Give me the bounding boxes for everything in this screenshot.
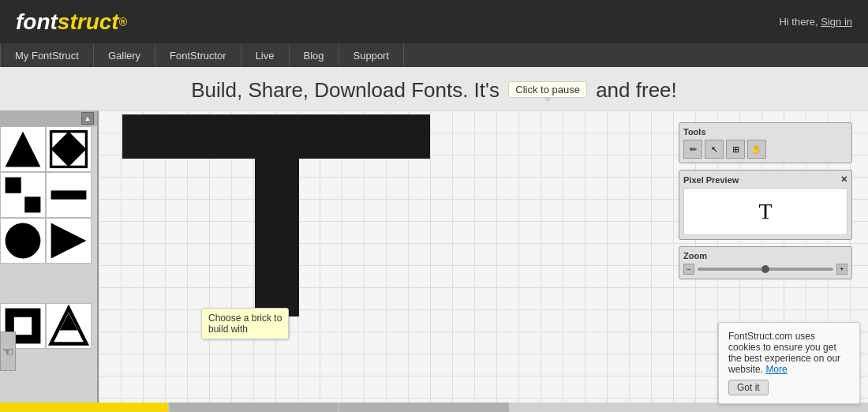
hero-section: Build, Share, Download Fonts. It's Click… (0, 67, 868, 110)
brick-panel[interactable]: ▲ ☜ (0, 110, 99, 403)
t-top-bar (122, 114, 430, 159)
zoom-controls: − + (683, 264, 847, 275)
nav-item-support[interactable]: Support (339, 43, 405, 67)
logo-reg: ® (119, 16, 127, 28)
zoom-in-btn[interactable]: + (836, 264, 847, 275)
sign-in-link[interactable]: Sign in (821, 16, 852, 28)
browse-fonts-button[interactable]: Browse Fonts (339, 403, 509, 412)
svg-rect-5 (51, 190, 87, 199)
svg-point-6 (6, 223, 41, 259)
choose-brick-line2: build with (208, 324, 248, 335)
zoom-out-btn[interactable]: − (683, 264, 694, 275)
nav-item-gallery[interactable]: Gallery (94, 43, 155, 67)
start-now-button[interactable]: Start Now (0, 403, 170, 412)
tools-panel: Tools ✏ ↖ ⊞ ✋ Pixel Preview ✕ T Zoom (679, 122, 852, 279)
nav-item-live[interactable]: Live (241, 43, 290, 67)
brick-row-3 (0, 218, 97, 264)
logo[interactable]: fontstruct® (16, 9, 127, 35)
hand-tool-btn[interactable]: ✋ (747, 140, 766, 159)
pencil-tool-btn[interactable]: ✏ (683, 140, 702, 159)
svg-marker-7 (51, 223, 87, 259)
pixel-preview-close-icon[interactable]: ✕ (840, 174, 847, 185)
learn-more-button[interactable]: Learn More (170, 403, 339, 412)
choose-brick-tooltip: Choose a brick to build with (201, 308, 289, 339)
hero-text-before: Build, Share, Download Fonts. It's (191, 78, 499, 102)
pause-tooltip[interactable]: Click to pause (508, 81, 587, 98)
zoom-handle[interactable] (761, 265, 769, 273)
cookie-got-it-button[interactable]: Got it (728, 380, 769, 395)
svg-rect-3 (6, 178, 21, 193)
t-stem (255, 159, 299, 316)
zoom-box: Zoom − + (679, 246, 852, 279)
brick-cell-6[interactable] (46, 218, 92, 264)
cookie-notice: FontStruct.com uses cookies to ensure yo… (718, 322, 860, 404)
hand-cursor[interactable]: ☜ (0, 331, 16, 371)
choose-brick-line1: Choose a brick to (208, 313, 282, 324)
tools-icons: ✏ ↖ ⊞ ✋ (683, 140, 847, 159)
tools-title: Tools (683, 127, 847, 137)
pixel-preview-content: T (683, 188, 847, 235)
hero-text-after: and free! (596, 78, 677, 102)
logo-struct-text: struct (58, 9, 119, 35)
preview-character: T (758, 199, 772, 224)
t-character (122, 114, 588, 343)
brick-panel-top: ▲ (0, 110, 97, 126)
brick-cell-4[interactable] (46, 172, 92, 218)
greeting-text: Hi there, (779, 16, 817, 28)
brick-cell-3[interactable] (0, 172, 46, 218)
nav-item-myfontstrucht[interactable]: My FontStruct (0, 43, 94, 67)
zoom-title: Zoom (683, 251, 847, 260)
main-nav: My FontStruct Gallery FontStructor Live … (0, 43, 868, 67)
brick-cell-5[interactable] (0, 218, 46, 264)
brick-cell-2[interactable] (46, 126, 92, 172)
zoom-slider[interactable] (698, 268, 833, 271)
grid-tool-btn[interactable]: ⊞ (726, 140, 745, 159)
svg-rect-9 (14, 317, 32, 335)
svg-marker-2 (51, 132, 87, 167)
pixel-preview-box: Pixel Preview ✕ T (679, 170, 852, 240)
svg-rect-4 (24, 197, 40, 212)
header-right: Hi there, Sign in (779, 16, 852, 28)
brick-cell-1[interactable] (0, 126, 46, 172)
svg-marker-0 (6, 132, 41, 167)
brick-row-2 (0, 172, 97, 218)
pixel-preview-header: Pixel Preview ✕ (683, 174, 847, 185)
nav-item-blog[interactable]: Blog (290, 43, 339, 67)
pixel-preview-title-text: Pixel Preview (683, 175, 739, 185)
arrow-tool-btn[interactable]: ↖ (705, 140, 724, 159)
tools-box: Tools ✏ ↖ ⊞ ✋ (679, 122, 852, 163)
brick-row-1 (0, 126, 97, 172)
site-header: fontstruct® Hi there, Sign in (0, 0, 868, 43)
scroll-up-arrow[interactable]: ▲ (81, 112, 94, 125)
nav-item-fontstructor[interactable]: FontStructor (155, 43, 241, 67)
cookie-more-link[interactable]: More (765, 364, 787, 375)
brick-cell-8[interactable] (46, 303, 92, 349)
logo-font-text: font (16, 9, 58, 35)
